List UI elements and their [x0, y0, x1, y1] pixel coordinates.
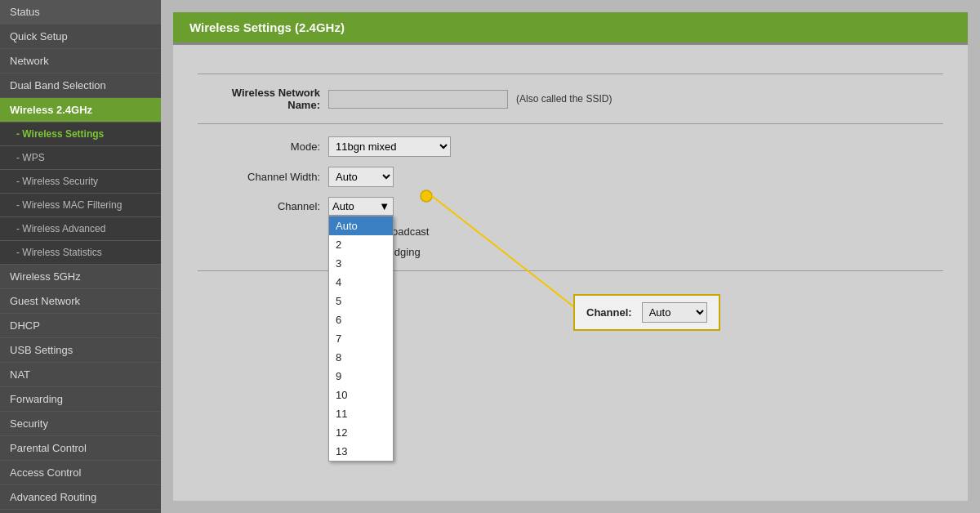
channel-option-auto[interactable]: Auto: [329, 216, 393, 235]
sidebar-item-wireless-mac[interactable]: - Wireless MAC Filtering: [0, 194, 161, 217]
sidebar-item-access-control[interactable]: Access Control: [0, 461, 161, 485]
sidebar-item-wireless-5g[interactable]: Wireless 5GHz: [0, 265, 161, 289]
mid-divider: [198, 123, 943, 124]
sidebar-item-wireless-24[interactable]: Wireless 2.4GHz: [0, 98, 161, 123]
sidebar-item-usb-settings[interactable]: USB Settings: [0, 338, 161, 363]
channel-select-display[interactable]: Auto ▼: [328, 197, 394, 216]
sidebar-item-security[interactable]: Security: [0, 412, 161, 436]
sidebar-item-wireless-advanced[interactable]: - Wireless Advanced: [0, 217, 161, 241]
channel-row: Channel: Auto ▼ Auto 2 3 4 5 6 7 8 9 10: [198, 197, 943, 216]
mode-row: Mode: 11bgn mixed 11bg mixed 11b only 11…: [198, 136, 943, 157]
content-area: Wireless Network Name: (Also called the …: [173, 42, 968, 501]
page-title: Wireless Settings (2.4GHz): [189, 20, 345, 34]
channel-width-select[interactable]: Auto 20MHz 40MHz: [328, 167, 394, 187]
channel-option-2[interactable]: 2: [329, 235, 393, 254]
channel-option-8[interactable]: 8: [329, 348, 393, 367]
sidebar-item-wireless-security[interactable]: - Wireless Security: [0, 170, 161, 194]
channel-dropdown-arrow: ▼: [379, 200, 390, 212]
channel-label: Channel:: [198, 200, 328, 212]
channel-option-12[interactable]: 12: [329, 423, 393, 442]
sidebar-item-advanced-routing[interactable]: Advanced Routing: [0, 485, 161, 510]
mode-select[interactable]: 11bgn mixed 11bg mixed 11b only 11g only…: [328, 136, 451, 157]
sidebar-item-wireless-settings[interactable]: - Wireless Settings: [0, 123, 161, 146]
channel-width-label: Channel Width:: [198, 171, 328, 183]
channel-option-10[interactable]: 10: [329, 386, 393, 404]
sidebar-item-dual-band[interactable]: Dual Band Selection: [0, 74, 161, 98]
network-name-input[interactable]: [328, 90, 508, 109]
sidebar-item-network[interactable]: Network: [0, 49, 161, 74]
sidebar-item-nat[interactable]: NAT: [0, 363, 161, 387]
channel-option-3[interactable]: 3: [329, 254, 393, 273]
channel-option-13[interactable]: 13: [329, 442, 393, 461]
top-divider: [198, 74, 943, 74]
channel-width-row: Channel Width: Auto 20MHz 40MHz: [198, 167, 943, 187]
bottom-divider: [198, 270, 943, 271]
network-name-note: (Also called the SSID): [516, 93, 612, 105]
sidebar-item-forwarding[interactable]: Forwarding: [0, 387, 161, 412]
callout-channel-select[interactable]: Auto 2 3 4 5 6 7 8 9 10 11 12 13: [642, 302, 707, 323]
channel-option-7[interactable]: 7: [329, 329, 393, 348]
channel-dropdown-list: Auto 2 3 4 5 6 7 8 9 10 11 12 13: [328, 216, 394, 462]
channel-option-9[interactable]: 9: [329, 367, 393, 386]
sidebar-item-wireless-stats[interactable]: - Wireless Statistics: [0, 241, 161, 265]
callout-box: Channel: Auto 2 3 4 5 6 7 8 9 10 11 12 1…: [573, 294, 720, 331]
ssid-broadcast-row: SSID Broadcast: [336, 225, 943, 238]
sidebar: StatusQuick SetupNetworkDual Band Select…: [0, 0, 161, 513]
network-name-row: Wireless Network Name: (Also called the …: [198, 87, 943, 111]
sidebar-item-wps[interactable]: - WPS: [0, 146, 161, 170]
sidebar-item-parental-control[interactable]: Parental Control: [0, 436, 161, 461]
sidebar-item-bandwidth-control[interactable]: Bandwidth Control: [0, 510, 161, 513]
channel-dropdown-container: Auto ▼ Auto 2 3 4 5 6 7 8 9 10 11 12 13: [328, 197, 394, 216]
callout-svg: [173, 45, 968, 501]
sidebar-item-status[interactable]: Status: [0, 0, 161, 25]
sidebar-item-dhcp[interactable]: DHCP: [0, 314, 161, 338]
mode-label: Mode:: [198, 141, 328, 153]
channel-option-6[interactable]: 6: [329, 310, 393, 329]
channel-option-4[interactable]: 4: [329, 273, 393, 292]
callout-channel-label: Channel:: [586, 306, 632, 319]
sidebar-item-guest-network[interactable]: Guest Network: [0, 289, 161, 314]
channel-option-11[interactable]: 11: [329, 404, 393, 423]
channel-selected-value: Auto: [332, 200, 354, 212]
main-content: Wireless Settings (2.4GHz) Wireless Netw…: [161, 0, 980, 513]
page-header: Wireless Settings (2.4GHz): [173, 12, 968, 42]
sidebar-item-quick-setup[interactable]: Quick Setup: [0, 25, 161, 49]
wds-bridging-row: WDS Bridging: [336, 246, 943, 258]
channel-option-5[interactable]: 5: [329, 292, 393, 310]
network-name-label: Wireless Network Name:: [198, 87, 328, 111]
